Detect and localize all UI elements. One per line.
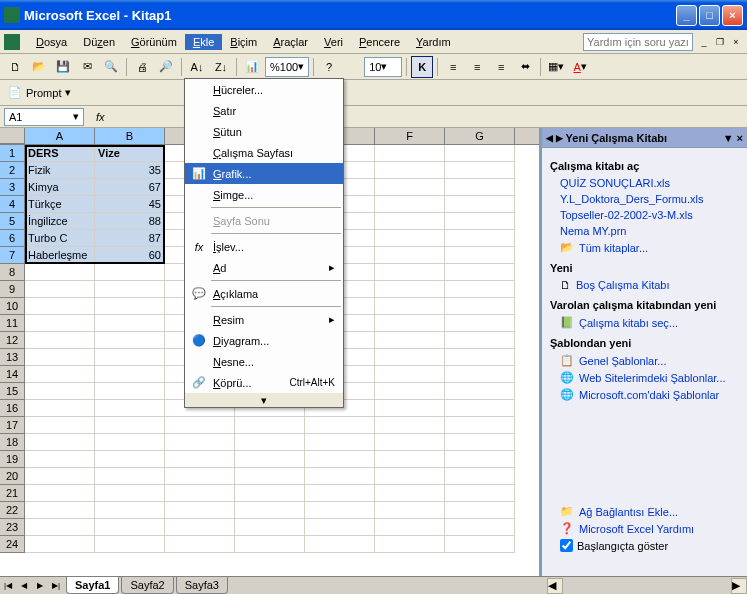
sort-desc-button[interactable]: Z↓ — [210, 56, 232, 78]
sheet-tab-2[interactable]: Sayfa2 — [121, 577, 173, 594]
cell[interactable] — [445, 230, 515, 247]
cell[interactable] — [305, 434, 375, 451]
menu-item-kpr[interactable]: 🔗Köprü...Ctrl+Alt+K — [185, 372, 343, 393]
cell[interactable] — [95, 298, 165, 315]
menu-yardim[interactable]: Yardım — [408, 34, 459, 50]
cell[interactable] — [305, 417, 375, 434]
cell[interactable]: 60 — [95, 247, 165, 264]
row-header[interactable]: 7 — [0, 247, 25, 264]
cell[interactable] — [235, 536, 305, 553]
tab-last-button[interactable]: ▶| — [48, 578, 64, 594]
sheet-tab-3[interactable]: Sayfa3 — [176, 577, 228, 594]
cell[interactable] — [95, 281, 165, 298]
cell[interactable] — [25, 502, 95, 519]
row-header[interactable]: 16 — [0, 400, 25, 417]
taskpane-header[interactable]: ◀ ▶ Yeni Çalışma Kitabı ▼ × — [542, 128, 747, 148]
row-header[interactable]: 8 — [0, 264, 25, 281]
cell[interactable] — [375, 315, 445, 332]
row-header[interactable]: 19 — [0, 451, 25, 468]
cell[interactable] — [305, 485, 375, 502]
cell[interactable] — [375, 349, 445, 366]
cell[interactable] — [25, 332, 95, 349]
new-button[interactable]: 🗋 — [4, 56, 26, 78]
row-header[interactable]: 23 — [0, 519, 25, 536]
cell[interactable]: 88 — [95, 213, 165, 230]
tp-link-network[interactable]: Ağ Bağlantısı Ekle... — [579, 506, 678, 518]
cell[interactable] — [305, 536, 375, 553]
cell[interactable] — [95, 400, 165, 417]
cell[interactable] — [235, 451, 305, 468]
cell[interactable] — [375, 468, 445, 485]
cell[interactable]: Turbo C — [25, 230, 95, 247]
cell[interactable]: Vize — [95, 145, 165, 162]
cell[interactable] — [445, 213, 515, 230]
cell[interactable] — [25, 485, 95, 502]
cell[interactable] — [445, 485, 515, 502]
cell[interactable] — [165, 451, 235, 468]
help-search-input[interactable] — [583, 33, 693, 51]
cell[interactable] — [445, 298, 515, 315]
cell[interactable] — [25, 434, 95, 451]
cell[interactable] — [375, 264, 445, 281]
fontcolor-button[interactable]: A▾ — [569, 56, 591, 78]
cell[interactable] — [445, 179, 515, 196]
cell[interactable] — [445, 400, 515, 417]
menu-item-hcreler[interactable]: Hücreler... — [185, 79, 343, 100]
cell[interactable] — [445, 145, 515, 162]
mail-button[interactable]: ✉ — [76, 56, 98, 78]
menu-item-lev[interactable]: fxİşlev... — [185, 236, 343, 257]
cell[interactable] — [25, 281, 95, 298]
cell[interactable] — [305, 468, 375, 485]
sort-asc-button[interactable]: A↓ — [186, 56, 208, 78]
cell[interactable] — [445, 519, 515, 536]
cell[interactable] — [375, 247, 445, 264]
cell[interactable] — [375, 519, 445, 536]
cell[interactable]: DERS — [25, 145, 95, 162]
cell[interactable] — [375, 162, 445, 179]
row-header[interactable]: 13 — [0, 349, 25, 366]
cell[interactable] — [95, 451, 165, 468]
cell[interactable] — [95, 502, 165, 519]
cell[interactable] — [445, 247, 515, 264]
cell[interactable] — [305, 502, 375, 519]
row-header[interactable]: 14 — [0, 366, 25, 383]
row-header[interactable]: 12 — [0, 332, 25, 349]
cell[interactable] — [445, 536, 515, 553]
cell[interactable]: 87 — [95, 230, 165, 247]
tp-link-more[interactable]: Tüm kitaplar... — [579, 242, 648, 254]
tp-link-mscom[interactable]: Microsoft.com'daki Şablonlar — [579, 389, 719, 401]
name-box[interactable]: A1▾ — [4, 108, 84, 126]
cell[interactable] — [235, 519, 305, 536]
col-header-a[interactable]: A — [25, 128, 95, 144]
tp-link-web[interactable]: Web Sitelerimdeki Şablonlar... — [579, 372, 726, 384]
help-button[interactable]: ? — [318, 56, 340, 78]
cell[interactable] — [165, 502, 235, 519]
row-header[interactable]: 21 — [0, 485, 25, 502]
menu-gorunum[interactable]: Görünüm — [123, 34, 185, 50]
cell[interactable] — [375, 196, 445, 213]
menu-bicim[interactable]: Biçim — [222, 34, 265, 50]
cell[interactable] — [165, 434, 235, 451]
cell[interactable] — [25, 264, 95, 281]
chart-wizard-button[interactable]: 📊 — [241, 56, 263, 78]
cell[interactable] — [235, 468, 305, 485]
row-header[interactable]: 6 — [0, 230, 25, 247]
cell[interactable] — [445, 315, 515, 332]
cell[interactable] — [375, 298, 445, 315]
menu-item-aklama[interactable]: 💬Açıklama — [185, 283, 343, 304]
mdi-close[interactable]: × — [729, 35, 743, 49]
tab-first-button[interactable]: |◀ — [0, 578, 16, 594]
cell[interactable] — [95, 366, 165, 383]
cell[interactable] — [95, 536, 165, 553]
expand-menu-button[interactable]: ▾ — [185, 393, 343, 407]
cell[interactable] — [375, 417, 445, 434]
bold-button[interactable]: K — [411, 56, 433, 78]
cell[interactable] — [25, 536, 95, 553]
menu-araclar[interactable]: Araçlar — [265, 34, 316, 50]
save-button[interactable]: 💾 — [52, 56, 74, 78]
cell[interactable] — [95, 332, 165, 349]
row-header[interactable]: 22 — [0, 502, 25, 519]
select-all-corner[interactable] — [0, 128, 25, 144]
open-button[interactable]: 📂 — [28, 56, 50, 78]
tp-link-file1[interactable]: QUİZ SONUÇLARI.xls — [560, 177, 670, 189]
